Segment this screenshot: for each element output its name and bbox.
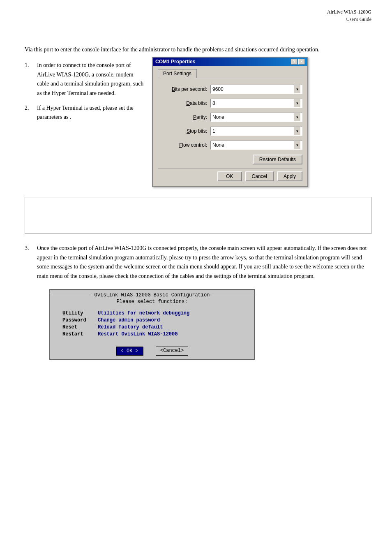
data-bits-label: Data bits: bbox=[158, 100, 207, 106]
stop-bits-arrow[interactable]: ▼ bbox=[294, 127, 300, 135]
terminal-key-reset: Reset bbox=[62, 324, 91, 330]
close-button[interactable]: × bbox=[298, 59, 305, 65]
empty-box bbox=[25, 197, 371, 234]
step3-text: Once the console port of AirLive WIAS-12… bbox=[37, 244, 371, 281]
numbered-list: 1. In order to connect to the console po… bbox=[25, 61, 144, 122]
terminal-desc-reset: Reload factory default bbox=[98, 324, 163, 330]
list-item-1: 1. In order to connect to the console po… bbox=[25, 61, 144, 98]
terminal-menu-row-password: Password Change admin password bbox=[62, 317, 242, 323]
flow-control-arrow[interactable]: ▼ bbox=[294, 141, 300, 149]
bits-per-second-value: 9600 bbox=[212, 86, 294, 92]
dialog-titlebar: COM1 Properties ? × bbox=[153, 58, 307, 66]
data-bits-arrow[interactable]: ▼ bbox=[294, 99, 300, 107]
terminal-menu-row-utility: Utility Utilities for network debugging bbox=[62, 310, 242, 316]
terminal-header-text: OvisLink WIAS-1200G Basic Configuration bbox=[91, 292, 213, 298]
intro-text: Via this port to enter the console inter… bbox=[25, 45, 371, 54]
step3-number: 3. bbox=[25, 244, 37, 281]
step1-number: 1. bbox=[25, 61, 37, 98]
restore-defaults-button[interactable]: Restore Defaults bbox=[253, 155, 302, 164]
page-header: AirLive WIAS-1200G User's Guide bbox=[327, 8, 371, 23]
terminal-header: OvisLink WIAS-1200G Basic Configuration bbox=[50, 290, 254, 299]
titlebar-buttons: ? × bbox=[291, 59, 305, 65]
stop-bits-value: 1 bbox=[212, 128, 294, 134]
right-column: COM1 Properties ? × Port Settings Bits p… bbox=[152, 57, 308, 187]
terminal-key-utility: Utility bbox=[62, 310, 91, 316]
terminal-cancel-button[interactable]: <Cancel> bbox=[156, 347, 189, 356]
left-column: 1. In order to connect to the console po… bbox=[25, 61, 144, 127]
dialog-footer: OK Cancel Apply bbox=[158, 169, 302, 181]
terminal-menu-row-restart: Restart Restart OvisLink WIAS-1200G bbox=[62, 331, 242, 337]
data-bits-value: 8 bbox=[212, 100, 294, 106]
tab-bar: Port Settings bbox=[158, 69, 302, 78]
data-bits-select[interactable]: 8 ▼ bbox=[210, 99, 302, 108]
parity-row: Parity: None ▼ bbox=[158, 113, 302, 122]
step3-list: 3. Once the console port of AirLive WIAS… bbox=[25, 244, 371, 281]
port-settings-tab[interactable]: Port Settings bbox=[158, 69, 197, 78]
parity-value: None bbox=[212, 114, 294, 120]
stop-bits-row: Stop bits: 1 ▼ bbox=[158, 127, 302, 136]
list-item-3: 3. Once the console port of AirLive WIAS… bbox=[25, 244, 371, 281]
step3-section: 3. Once the console port of AirLive WIAS… bbox=[25, 244, 371, 281]
terminal-key-restart: Restart bbox=[62, 331, 91, 337]
bits-per-second-row: Bits per second: 9600 ▼ bbox=[158, 85, 302, 94]
bits-per-second-select[interactable]: 9600 ▼ bbox=[210, 85, 302, 94]
bits-per-second-arrow[interactable]: ▼ bbox=[294, 85, 300, 93]
bits-per-second-label: Bits per second: bbox=[158, 86, 207, 92]
header-line1: AirLive WIAS-1200G bbox=[327, 8, 371, 16]
stop-bits-label: Stop bits: bbox=[158, 128, 207, 134]
dialog-title: COM1 Properties bbox=[155, 59, 195, 65]
apply-button[interactable]: Apply bbox=[277, 171, 302, 181]
com1-properties-dialog: COM1 Properties ? × Port Settings Bits p… bbox=[152, 57, 308, 187]
cancel-button[interactable]: Cancel bbox=[245, 171, 274, 181]
two-col-section: 1. In order to connect to the console po… bbox=[25, 61, 371, 187]
flow-control-select[interactable]: None ▼ bbox=[210, 141, 302, 150]
step1-text: In order to connect to the console port … bbox=[37, 61, 144, 98]
flow-control-row: Flow control: None ▼ bbox=[158, 141, 302, 150]
terminal-ok-button[interactable]: < OK > bbox=[116, 347, 143, 356]
page: AirLive WIAS-1200G User's Guide Via this… bbox=[0, 0, 392, 555]
terminal-box: OvisLink WIAS-1200G Basic Configuration … bbox=[49, 289, 255, 360]
terminal-subtitle: Please select functions: bbox=[50, 299, 254, 308]
step2-text: If a Hyper Terminal is used, please set … bbox=[37, 104, 144, 122]
terminal-desc-password: Change admin password bbox=[98, 317, 160, 323]
terminal-desc-utility: Utilities for network debugging bbox=[98, 310, 189, 316]
flow-control-label: Flow control: bbox=[158, 142, 207, 148]
terminal-footer: < OK > <Cancel> bbox=[50, 342, 254, 359]
parity-label: Parity: bbox=[158, 114, 207, 120]
header-line2: User's Guide bbox=[327, 16, 371, 23]
data-bits-row: Data bits: 8 ▼ bbox=[158, 99, 302, 108]
dialog-body: Port Settings Bits per second: 9600 ▼ Da… bbox=[153, 66, 307, 186]
ok-button[interactable]: OK bbox=[217, 171, 242, 181]
step2-number: 2. bbox=[25, 104, 37, 122]
restore-defaults-container: Restore Defaults bbox=[158, 155, 302, 164]
parity-select[interactable]: None ▼ bbox=[210, 113, 302, 122]
help-button[interactable]: ? bbox=[291, 59, 297, 65]
parity-arrow[interactable]: ▼ bbox=[294, 113, 300, 121]
terminal-key-password: Password bbox=[62, 317, 91, 323]
stop-bits-select[interactable]: 1 ▼ bbox=[210, 127, 302, 136]
terminal-menu: Utility Utilities for network debugging … bbox=[50, 308, 254, 342]
terminal-menu-row-reset: Reset Reload factory default bbox=[62, 324, 242, 330]
terminal-desc-restart: Restart OvisLink WIAS-1200G bbox=[98, 331, 178, 337]
list-item-2: 2. If a Hyper Terminal is used, please s… bbox=[25, 104, 144, 122]
flow-control-value: None bbox=[212, 142, 294, 148]
terminal-header-line-left bbox=[50, 295, 91, 295]
terminal-header-line-right bbox=[213, 295, 254, 295]
